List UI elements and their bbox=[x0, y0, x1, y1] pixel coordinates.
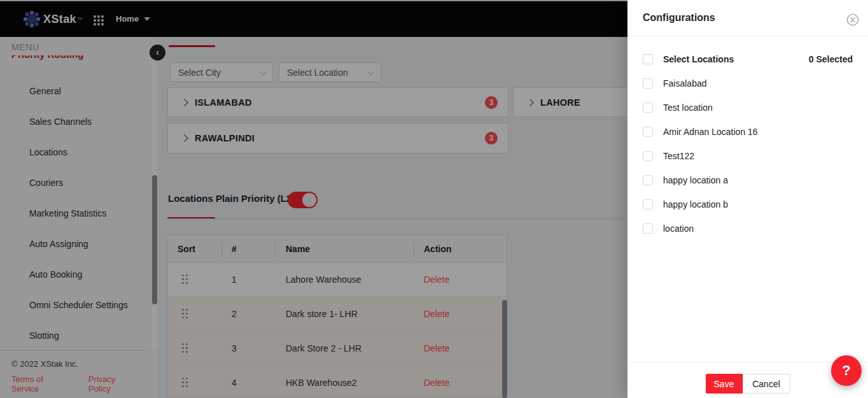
drawer-body: Select Locations 0 Selected Faisalabad T… bbox=[627, 36, 868, 234]
location-checkbox[interactable] bbox=[643, 127, 653, 137]
select-all-row: Select Locations 0 Selected bbox=[643, 54, 853, 64]
location-option-label: Amir Adnan Location 16 bbox=[663, 127, 758, 137]
location-option-label: Faisalabad bbox=[663, 78, 707, 89]
select-all-checkbox[interactable] bbox=[643, 54, 653, 64]
app-root: XStak™ Home MENU Priority Routing bbox=[0, 0, 868, 398]
selected-count: 0 Selected bbox=[809, 54, 853, 64]
location-checkbox[interactable] bbox=[643, 78, 653, 89]
drawer-backdrop-mask[interactable] bbox=[0, 0, 627, 398]
location-option: Faisalabad bbox=[643, 78, 853, 89]
drawer-title: Configurations bbox=[643, 12, 715, 24]
location-checkbox[interactable] bbox=[643, 103, 653, 113]
configurations-drawer: Configurations Select Locations 0 Select… bbox=[627, 0, 868, 398]
location-checkbox[interactable] bbox=[643, 224, 653, 234]
location-option: happy location b bbox=[643, 199, 853, 210]
drawer-header: Configurations bbox=[627, 0, 868, 36]
location-option-label: happy location a bbox=[663, 175, 728, 185]
close-circle-icon[interactable] bbox=[846, 13, 859, 26]
location-option-label: Test location bbox=[663, 103, 713, 113]
location-checkbox[interactable] bbox=[643, 175, 653, 185]
location-option: happy location a bbox=[643, 175, 853, 185]
cancel-button[interactable]: Cancel bbox=[743, 374, 790, 394]
help-button[interactable]: ? bbox=[831, 355, 862, 386]
select-all-label: Select Locations bbox=[663, 54, 734, 64]
save-button[interactable]: Save bbox=[706, 374, 743, 394]
location-option: location bbox=[643, 224, 853, 234]
location-option-label: location bbox=[663, 224, 694, 234]
location-option: Test122 bbox=[643, 151, 853, 161]
location-checkbox[interactable] bbox=[643, 151, 653, 161]
location-checkbox[interactable] bbox=[643, 199, 653, 210]
location-option-label: Test122 bbox=[663, 151, 694, 161]
location-option: Test location bbox=[643, 103, 853, 113]
location-option: Amir Adnan Location 16 bbox=[643, 127, 853, 137]
location-option-label: happy location b bbox=[663, 199, 728, 210]
